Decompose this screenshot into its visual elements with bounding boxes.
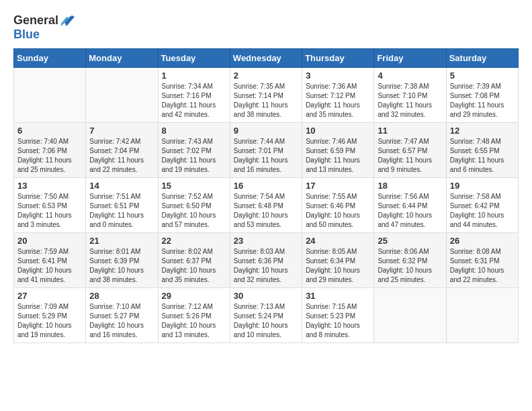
cell-details: Sunrise: 7:50 AM Sunset: 6:53 PM Dayligh… [17,192,82,230]
sunset-text: Sunset: 6:44 PM [378,202,427,210]
day-number: 27 [17,291,82,301]
day-number: 2 [234,71,298,81]
cell-details: Sunrise: 7:40 AM Sunset: 7:06 PM Dayligh… [17,137,82,175]
cell-details: Sunrise: 7:48 AM Sunset: 6:55 PM Dayligh… [450,137,515,175]
cell-details: Sunrise: 7:09 AM Sunset: 5:29 PM Dayligh… [17,302,82,340]
cell-details: Sunrise: 7:34 AM Sunset: 7:16 PM Dayligh… [162,82,226,120]
sunrise-text: Sunrise: 7:42 AM [89,138,140,145]
calendar-cell: 19 Sunrise: 7:58 AM Sunset: 6:42 PM Dayl… [446,178,518,233]
day-number: 23 [234,236,298,246]
sunrise-text: Sunrise: 7:34 AM [162,83,213,90]
cell-details: Sunrise: 7:55 AM Sunset: 6:46 PM Dayligh… [306,192,370,230]
calendar-cell: 23 Sunrise: 8:03 AM Sunset: 6:36 PM Dayl… [230,233,302,288]
calendar-cell: 26 Sunrise: 8:08 AM Sunset: 6:31 PM Dayl… [446,233,518,288]
calendar-header-thursday: Thursday [302,49,374,68]
sunset-text: Sunset: 5:23 PM [306,312,355,320]
sunset-text: Sunset: 6:59 PM [306,147,355,154]
sunrise-text: Sunrise: 7:55 AM [306,193,357,200]
sunset-text: Sunset: 5:24 PM [234,312,283,320]
logo-blue-text: Blue [13,28,40,41]
sunset-text: Sunset: 7:06 PM [17,147,67,154]
calendar-cell: 4 Sunrise: 7:38 AM Sunset: 7:10 PM Dayli… [374,68,446,123]
sunrise-text: Sunrise: 8:05 AM [306,248,357,255]
daylight-text: Daylight: 11 hours and 32 minutes. [378,101,432,118]
calendar-cell: 5 Sunrise: 7:39 AM Sunset: 7:08 PM Dayli… [446,68,518,123]
sunrise-text: Sunrise: 8:06 AM [378,248,429,255]
daylight-text: Daylight: 10 hours and 10 minutes. [234,322,288,338]
day-number: 29 [162,291,226,301]
calendar-cell: 1 Sunrise: 7:34 AM Sunset: 7:16 PM Dayli… [158,68,230,123]
sunset-text: Sunset: 7:01 PM [234,147,283,154]
sunset-text: Sunset: 5:29 PM [17,312,67,320]
calendar-cell: 15 Sunrise: 7:52 AM Sunset: 6:50 PM Dayl… [158,178,230,233]
calendar-cell: 29 Sunrise: 7:12 AM Sunset: 5:26 PM Dayl… [158,288,230,343]
cell-details: Sunrise: 7:43 AM Sunset: 7:02 PM Dayligh… [162,137,226,175]
daylight-text: Daylight: 11 hours and 42 minutes. [162,101,216,118]
sunset-text: Sunset: 7:08 PM [450,92,500,99]
day-number: 20 [17,236,82,246]
calendar-cell [14,68,86,123]
calendar-header-sunday: Sunday [14,49,86,68]
cell-details: Sunrise: 7:39 AM Sunset: 7:08 PM Dayligh… [450,82,515,120]
sunrise-text: Sunrise: 7:15 AM [306,303,357,310]
daylight-text: Daylight: 10 hours and 25 minutes. [378,267,432,283]
day-number: 19 [450,181,515,191]
sunrise-text: Sunrise: 7:39 AM [450,83,501,90]
sunrise-text: Sunrise: 7:46 AM [306,138,357,145]
day-number: 6 [17,126,82,136]
cell-details: Sunrise: 7:47 AM Sunset: 6:57 PM Dayligh… [378,137,442,175]
day-number: 10 [306,126,370,136]
day-number: 14 [89,181,154,191]
sunrise-text: Sunrise: 7:56 AM [378,193,429,200]
calendar-cell: 7 Sunrise: 7:42 AM Sunset: 7:04 PM Dayli… [86,123,158,178]
calendar-table: SundayMondayTuesdayWednesdayThursdayFrid… [13,48,519,343]
cell-details: Sunrise: 7:15 AM Sunset: 5:23 PM Dayligh… [306,302,370,340]
calendar-cell: 20 Sunrise: 7:59 AM Sunset: 6:41 PM Dayl… [14,233,86,288]
day-number: 17 [306,181,370,191]
daylight-text: Daylight: 10 hours and 16 minutes. [89,322,144,338]
sunset-text: Sunset: 7:02 PM [162,147,212,154]
day-number: 5 [450,71,515,81]
daylight-text: Daylight: 10 hours and 50 minutes. [306,212,360,228]
calendar-cell: 6 Sunrise: 7:40 AM Sunset: 7:06 PM Dayli… [14,123,86,178]
day-number: 1 [162,71,226,81]
cell-details: Sunrise: 8:03 AM Sunset: 6:36 PM Dayligh… [234,247,298,285]
cell-details: Sunrise: 7:56 AM Sunset: 6:44 PM Dayligh… [378,192,442,230]
day-number: 18 [378,181,442,191]
cell-details: Sunrise: 7:44 AM Sunset: 7:01 PM Dayligh… [234,137,298,175]
calendar-cell: 24 Sunrise: 8:05 AM Sunset: 6:34 PM Dayl… [302,233,374,288]
sunrise-text: Sunrise: 7:52 AM [162,193,213,200]
logo: General Blue [13,13,80,42]
day-number: 15 [162,181,226,191]
calendar-cell: 17 Sunrise: 7:55 AM Sunset: 6:46 PM Dayl… [302,178,374,233]
daylight-text: Daylight: 11 hours and 25 minutes. [17,156,72,173]
cell-details: Sunrise: 7:54 AM Sunset: 6:48 PM Dayligh… [234,192,298,230]
calendar-week-row: 20 Sunrise: 7:59 AM Sunset: 6:41 PM Dayl… [14,233,519,288]
day-number: 8 [162,126,226,136]
calendar-week-row: 1 Sunrise: 7:34 AM Sunset: 7:16 PM Dayli… [14,68,519,123]
cell-details: Sunrise: 7:42 AM Sunset: 7:04 PM Dayligh… [89,137,154,175]
sunset-text: Sunset: 6:37 PM [162,257,212,265]
calendar-header-wednesday: Wednesday [230,49,302,68]
daylight-text: Daylight: 10 hours and 38 minutes. [89,267,144,283]
sunrise-text: Sunrise: 7:59 AM [17,248,69,255]
sunset-text: Sunset: 6:51 PM [89,202,139,210]
sunset-text: Sunset: 6:31 PM [450,257,500,265]
day-number: 9 [234,126,298,136]
sunset-text: Sunset: 7:12 PM [306,92,355,99]
sunrise-text: Sunrise: 7:43 AM [162,138,213,145]
daylight-text: Daylight: 11 hours and 16 minutes. [234,156,288,173]
calendar-cell: 31 Sunrise: 7:15 AM Sunset: 5:23 PM Dayl… [302,288,374,343]
calendar-cell: 9 Sunrise: 7:44 AM Sunset: 7:01 PM Dayli… [230,123,302,178]
daylight-text: Daylight: 10 hours and 53 minutes. [234,212,288,228]
sunrise-text: Sunrise: 7:13 AM [234,303,285,310]
calendar-cell: 8 Sunrise: 7:43 AM Sunset: 7:02 PM Dayli… [158,123,230,178]
calendar-header-monday: Monday [86,49,158,68]
calendar-cell: 11 Sunrise: 7:47 AM Sunset: 6:57 PM Dayl… [374,123,446,178]
daylight-text: Daylight: 10 hours and 32 minutes. [234,267,288,283]
sunset-text: Sunset: 6:34 PM [306,257,355,265]
day-number: 31 [306,291,370,301]
daylight-text: Daylight: 10 hours and 57 minutes. [162,212,216,228]
sunrise-text: Sunrise: 8:02 AM [162,248,213,255]
sunset-text: Sunset: 6:57 PM [378,147,427,154]
